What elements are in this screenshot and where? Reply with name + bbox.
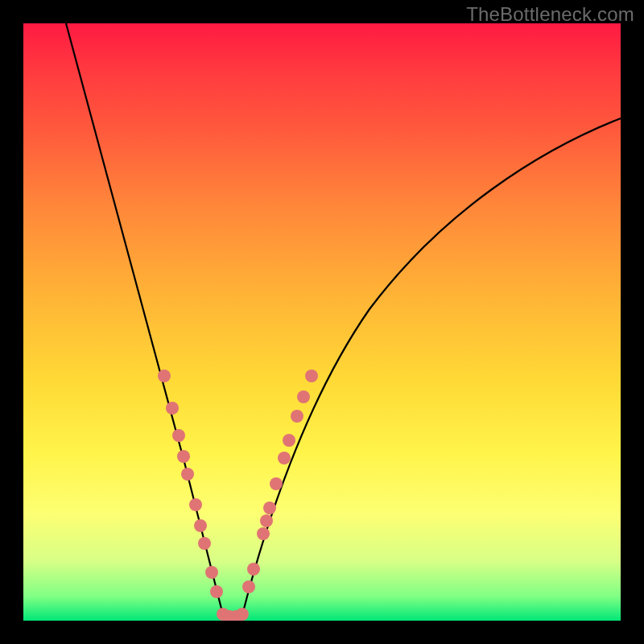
marker-dot bbox=[172, 429, 185, 442]
curve-right-branch bbox=[242, 118, 621, 615]
marker-dot bbox=[181, 468, 194, 481]
chart-plot-area bbox=[23, 23, 621, 621]
marker-dot bbox=[297, 390, 310, 403]
chart-svg bbox=[23, 23, 621, 621]
marker-dot bbox=[210, 585, 223, 598]
marker-group-right bbox=[242, 369, 318, 593]
marker-dot bbox=[257, 527, 270, 540]
marker-dot bbox=[247, 563, 260, 576]
marker-dot bbox=[263, 502, 276, 514]
marker-dot bbox=[242, 580, 255, 593]
marker-dot bbox=[166, 402, 179, 415]
marker-group-bottom bbox=[217, 608, 249, 621]
marker-dot bbox=[291, 410, 303, 423]
marker-dot bbox=[189, 498, 202, 511]
marker-dot bbox=[305, 369, 318, 382]
marker-dot bbox=[236, 608, 249, 621]
marker-dot bbox=[177, 450, 190, 463]
marker-dot bbox=[198, 537, 211, 550]
marker-dot bbox=[194, 519, 207, 532]
marker-dot bbox=[205, 566, 218, 579]
watermark-text: TheBottleneck.com bbox=[466, 3, 634, 26]
marker-dot bbox=[260, 514, 273, 527]
marker-dot bbox=[278, 452, 291, 464]
marker-dot bbox=[270, 477, 283, 490]
marker-dot bbox=[158, 369, 171, 382]
marker-dot bbox=[283, 434, 295, 447]
